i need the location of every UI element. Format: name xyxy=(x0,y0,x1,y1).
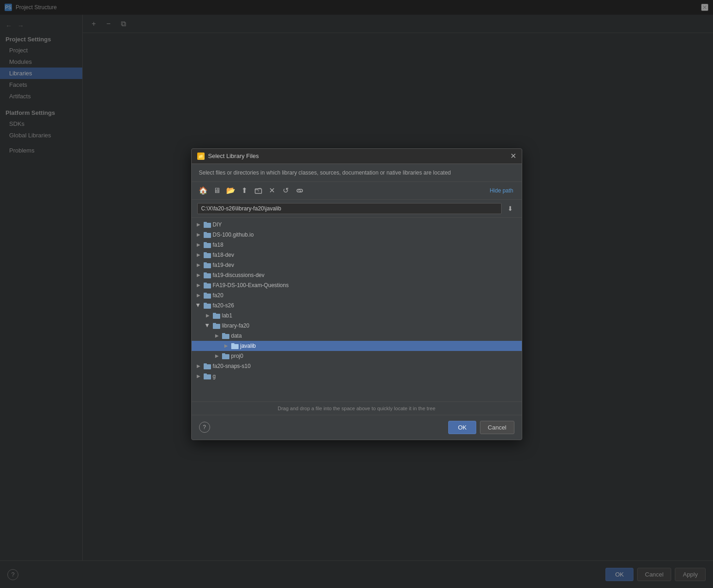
folder-icon-DS-100 xyxy=(204,232,211,238)
delete-button[interactable]: ✕ xyxy=(266,185,278,197)
dialog-close-button[interactable]: ✕ xyxy=(510,153,516,160)
tree-item-arrow-data: ▶ xyxy=(214,333,220,339)
tree-item-fa20-s26[interactable]: ▶ fa20-s26 xyxy=(192,300,522,311)
tree-item-label-fa18-dev: fa18-dev xyxy=(213,252,234,258)
tree-item-label-g: g xyxy=(213,373,216,379)
tree-item-arrow-fa18: ▶ xyxy=(195,242,202,248)
folder-icon-g xyxy=(204,373,211,379)
folder-icon-javalib xyxy=(231,343,239,349)
dialog-overlay: 📁 Select Library Files ✕ Select files or… xyxy=(0,0,713,588)
desktop-button[interactable]: 🖥 xyxy=(211,185,223,197)
svg-rect-27 xyxy=(231,343,234,345)
tree-item-arrow-fa18-dev: ▶ xyxy=(195,252,202,258)
tree-item-arrow-fa20-snaps-s10: ▶ xyxy=(195,363,202,369)
tree-item-fa18-dev[interactable]: ▶ fa18-dev xyxy=(192,250,522,260)
tree-item-library-fa20[interactable]: ▶ library-fa20 xyxy=(192,321,522,331)
tree-item-arrow-DIY: ▶ xyxy=(195,221,202,228)
tree-item-arrow-fa20-s26: ▶ xyxy=(195,302,202,309)
tree-item-arrow-javalib: ▶ xyxy=(223,343,229,349)
folder-icon-data xyxy=(222,333,229,339)
link-button[interactable] xyxy=(294,185,306,197)
tree-item-DIY[interactable]: ▶ DIY xyxy=(192,220,522,230)
file-tree[interactable]: ▶ DIY▶ DS-100.github.io▶ fa18▶ fa18-dev▶… xyxy=(192,218,522,401)
tree-item-label-FA19-DS-100: FA19-DS-100-Exam-Questions xyxy=(213,282,289,288)
tree-item-arrow-DS-100: ▶ xyxy=(195,232,202,238)
path-bar: ⬇ xyxy=(192,200,522,218)
folder-icon-fa18 xyxy=(204,242,211,248)
tree-item-fa19-dev[interactable]: ▶ fa19-dev xyxy=(192,260,522,270)
tree-item-fa20[interactable]: ▶ fa20 xyxy=(192,290,522,300)
folder-icon-fa19-dev xyxy=(204,262,211,268)
tree-item-label-data: data xyxy=(231,333,242,339)
dialog-toolbar: 🏠 🖥 📂 ⬆ + ✕ ↺ xyxy=(192,182,522,200)
tree-item-fa20-snaps-s10[interactable]: ▶ fa20-snaps-s10 xyxy=(192,361,522,371)
svg-rect-3 xyxy=(204,222,207,224)
tree-item-fa18[interactable]: ▶ fa18 xyxy=(192,240,522,250)
tree-item-label-DIY: DIY xyxy=(213,221,222,228)
dialog-ok-button[interactable]: OK xyxy=(448,421,476,434)
tree-item-arrow-fa19-dev: ▶ xyxy=(195,262,202,268)
folder-icon-library-fa20 xyxy=(213,322,220,329)
new-folder-button[interactable]: + xyxy=(252,185,264,197)
tree-item-arrow-library-fa20: ▶ xyxy=(205,322,211,329)
tree-item-javalib[interactable]: ▶ javalib xyxy=(192,341,522,351)
dialog-help-button[interactable]: ? xyxy=(199,422,210,433)
refresh-button[interactable]: ↺ xyxy=(280,185,292,197)
dialog-title-bar: 📁 Select Library Files ✕ xyxy=(192,149,522,164)
tree-item-data[interactable]: ▶ data xyxy=(192,331,522,341)
folder-icon-fa18-dev xyxy=(204,252,211,258)
svg-rect-25 xyxy=(222,333,225,335)
tree-item-g[interactable]: ▶ g xyxy=(192,371,522,381)
dialog-footer: ? OK Cancel xyxy=(192,415,522,440)
tree-item-lab1[interactable]: ▶ lab1 xyxy=(192,311,522,321)
tree-item-arrow-lab1: ▶ xyxy=(205,312,211,319)
tree-item-label-fa19-dev: fa19-dev xyxy=(213,262,234,268)
svg-rect-11 xyxy=(204,262,207,264)
svg-rect-33 xyxy=(204,373,207,375)
dialog-footer-buttons: OK Cancel xyxy=(448,421,514,434)
tree-item-DS-100[interactable]: ▶ DS-100.github.io xyxy=(192,230,522,240)
svg-text:+: + xyxy=(257,189,259,193)
tree-item-label-fa18: fa18 xyxy=(213,242,223,248)
tree-item-label-fa20: fa20 xyxy=(213,292,223,299)
folder-icon-proj0 xyxy=(222,353,229,359)
svg-rect-17 xyxy=(204,293,207,294)
tree-item-label-fa20-snaps-s10: fa20-snaps-s10 xyxy=(213,363,251,369)
folder-up-button[interactable]: ⬆ xyxy=(239,185,251,197)
svg-rect-29 xyxy=(222,353,225,355)
main-window: PS Project Structure ✕ ← → Project Setti… xyxy=(0,0,713,588)
home-button[interactable]: 🏠 xyxy=(197,185,209,197)
path-input[interactable] xyxy=(197,203,502,214)
tree-item-arrow-g: ▶ xyxy=(195,373,202,379)
tree-item-arrow-FA19-DS-100: ▶ xyxy=(195,282,202,288)
svg-rect-5 xyxy=(204,232,207,234)
folder-icon-fa19-discussions-dev xyxy=(204,272,211,278)
svg-rect-21 xyxy=(213,313,216,315)
tree-item-arrow-proj0: ▶ xyxy=(214,353,220,359)
svg-rect-7 xyxy=(204,242,207,244)
tree-item-label-library-fa20: library-fa20 xyxy=(222,322,250,329)
tree-item-proj0[interactable]: ▶ proj0 xyxy=(192,351,522,361)
dialog-title-left: 📁 Select Library Files xyxy=(197,153,259,160)
path-go-button[interactable]: ⬇ xyxy=(504,203,516,215)
hide-path-button[interactable]: Hide path xyxy=(487,187,516,195)
tree-item-label-proj0: proj0 xyxy=(231,353,244,359)
folder-open-button[interactable]: 📂 xyxy=(225,185,237,197)
tree-item-fa19-discussions-dev[interactable]: ▶ fa19-discussions-dev xyxy=(192,270,522,280)
folder-icon-fa20-s26 xyxy=(204,302,211,309)
tree-item-arrow-fa20: ▶ xyxy=(195,292,202,299)
select-library-files-dialog: 📁 Select Library Files ✕ Select files or… xyxy=(191,148,522,440)
svg-rect-15 xyxy=(204,283,207,284)
svg-rect-23 xyxy=(213,323,216,325)
svg-rect-19 xyxy=(204,303,207,305)
tree-item-FA19-DS-100[interactable]: ▶ FA19-DS-100-Exam-Questions xyxy=(192,280,522,290)
tree-item-label-javalib: javalib xyxy=(240,343,256,349)
dialog-title-text: Select Library Files xyxy=(208,153,259,159)
dialog-cancel-button[interactable]: Cancel xyxy=(480,421,514,434)
folder-icon-fa20-snaps-s10 xyxy=(204,363,211,369)
folder-icon-fa20 xyxy=(204,292,211,299)
dialog-status: Drag and drop a file into the space abov… xyxy=(192,401,522,415)
svg-rect-9 xyxy=(204,252,207,254)
tree-item-label-lab1: lab1 xyxy=(222,312,233,319)
svg-rect-13 xyxy=(204,272,207,274)
